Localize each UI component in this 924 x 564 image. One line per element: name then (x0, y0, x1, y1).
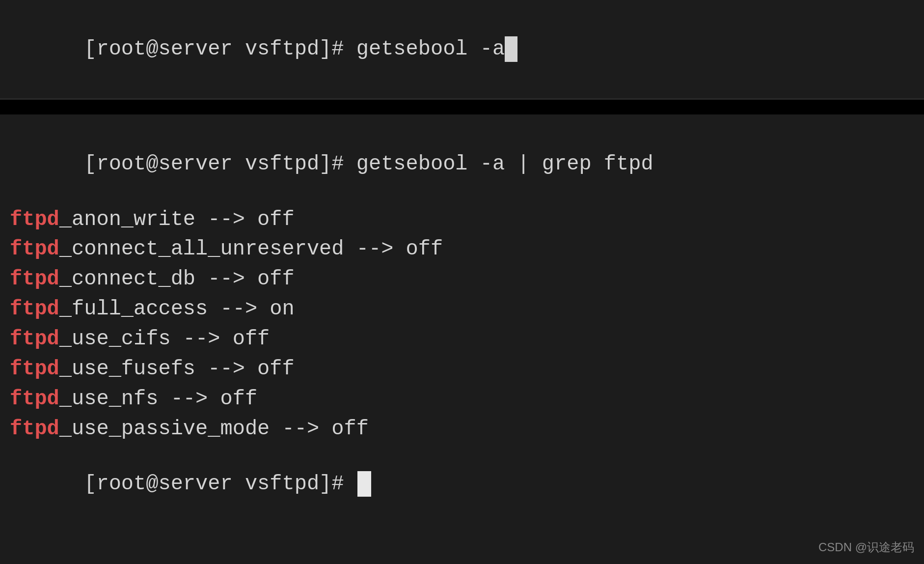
ftpd-prefix-7: ftpd (10, 384, 59, 414)
separator (0, 100, 924, 114)
ftpd-suffix-4: _full_access --> on (59, 294, 295, 324)
ftpd-suffix-5: _use_cifs --> off (59, 324, 270, 354)
grep-command-text: [root@server vsftpd]# getsebool -a | gre… (84, 152, 653, 176)
ftpd-prefix-1: ftpd (10, 205, 59, 235)
bottom-section: [root@server vsftpd]# getsebool -a | gre… (0, 114, 924, 564)
ftpd-suffix-6: _use_fusefs --> off (59, 354, 295, 384)
ftpd-suffix-2: _connect_all_unreserved --> off (59, 234, 443, 264)
output-line-1: ftpd_anon_write --> off (10, 205, 914, 235)
ftpd-prefix-8: ftpd (10, 414, 59, 444)
terminal-window: [root@server vsftpd]# getsebool -a [root… (0, 0, 924, 564)
grep-command-line: [root@server vsftpd]# getsebool -a | gre… (10, 124, 914, 205)
output-line-5: ftpd_use_cifs --> off (10, 324, 914, 354)
ftpd-prefix-6: ftpd (10, 354, 59, 384)
cursor-block (357, 471, 371, 497)
final-prompt-line: [root@server vsftpd]# (10, 444, 914, 525)
ftpd-suffix-1: _anon_write --> off (59, 205, 295, 235)
top-command-text: [root@server vsftpd]# getsebool -a (84, 37, 505, 61)
ftpd-prefix-3: ftpd (10, 264, 59, 294)
ftpd-prefix-5: ftpd (10, 324, 59, 354)
ftpd-suffix-8: _use_passive_mode --> off (59, 414, 369, 444)
output-line-7: ftpd_use_nfs --> off (10, 384, 914, 414)
output-line-6: ftpd_use_fusefs --> off (10, 354, 914, 384)
ftpd-suffix-7: _use_nfs --> off (59, 384, 257, 414)
ftpd-suffix-3: _connect_db --> off (59, 264, 295, 294)
top-command-line: [root@server vsftpd]# getsebool -a (10, 9, 914, 89)
ftpd-prefix-2: ftpd (10, 234, 59, 264)
output-line-4: ftpd_full_access --> on (10, 294, 914, 324)
output-line-2: ftpd_connect_all_unreserved --> off (10, 234, 914, 264)
watermark: CSDN @识途老码 (818, 539, 914, 555)
output-line-3: ftpd_connect_db --> off (10, 264, 914, 294)
top-cursor (505, 36, 517, 62)
top-section: [root@server vsftpd]# getsebool -a (0, 0, 924, 100)
final-prompt-text: [root@server vsftpd]# (84, 472, 356, 496)
ftpd-prefix-4: ftpd (10, 294, 59, 324)
output-line-8: ftpd_use_passive_mode --> off (10, 414, 914, 444)
